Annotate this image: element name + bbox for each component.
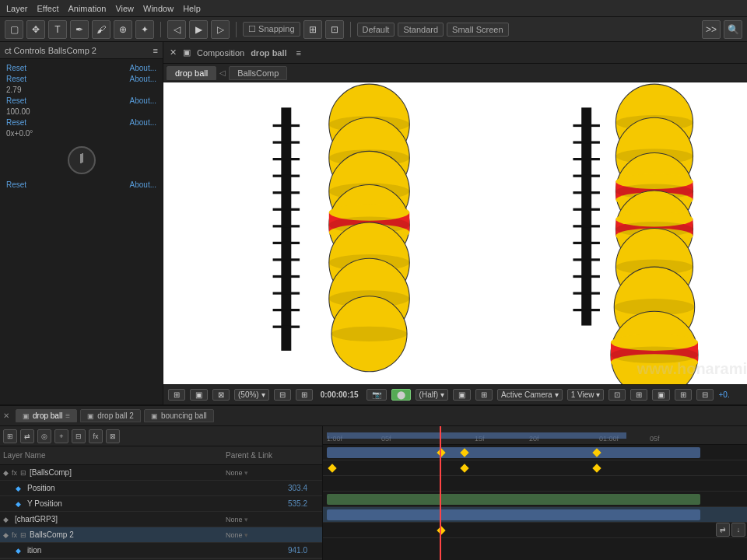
layer-visibility-5[interactable]: ◆ <box>3 531 9 539</box>
toolbar-btn-expand[interactable]: >> <box>702 20 721 39</box>
comp-ctrl-v3[interactable]: ▣ <box>652 389 670 401</box>
reset-btn-3[interactable]: Reset <box>6 96 33 105</box>
time-ruler: 1:00f 05f 15f 20f 01:00f 05f <box>323 426 747 445</box>
layer-row-3[interactable]: ◆ Y Position 535.2 <box>0 496 322 512</box>
work-area-bar[interactable] <box>327 432 626 439</box>
tl-tab-menu-1[interactable]: ≡ <box>65 411 70 420</box>
playhead[interactable] <box>440 426 441 560</box>
reset-btn-4[interactable]: Reset <box>6 118 33 127</box>
toolbar-btn-star[interactable]: ✦ <box>135 20 154 39</box>
toolbar-btn-play[interactable]: ▶ <box>189 20 208 39</box>
tl-btn-shift[interactable]: ⇄ <box>716 523 730 537</box>
about-btn-3[interactable]: About... <box>130 96 156 105</box>
layer-row-2[interactable]: ◆ Position 303.4 <box>0 481 322 496</box>
toolbar-btn-clone[interactable]: ⊕ <box>114 20 132 39</box>
menu-animation[interactable]: Animation <box>68 4 106 13</box>
view-dropdown[interactable]: 1 View ▾ <box>567 389 605 401</box>
track-bar-5[interactable] <box>327 509 700 520</box>
comp-ctrl-v1[interactable]: ⊡ <box>608 389 626 401</box>
tl-tab-drop-ball-2[interactable]: ▣ drop ball 2 <box>80 409 141 422</box>
comp-ctrl-fit[interactable]: ⊟ <box>274 389 291 401</box>
menu-view[interactable]: View <box>115 4 134 13</box>
layer-value-6[interactable]: 941.0 <box>288 546 319 555</box>
layer-visibility-4[interactable]: ◆ <box>3 516 9 523</box>
layer-row-6[interactable]: ◆ ition 941.0 <box>0 543 322 558</box>
toolbar-btn-next[interactable]: ▷ <box>211 20 230 39</box>
keyframe-2a[interactable] <box>328 464 336 472</box>
toolbar-btn-search[interactable]: 🔍 <box>724 20 742 39</box>
about-btn-2[interactable]: About... <box>130 75 156 83</box>
layer-row-4[interactable]: ◆ [chartGRP3] None ▾ <box>0 512 322 527</box>
layer-value-2[interactable]: 303.4 <box>288 484 319 492</box>
rotation-dial[interactable] <box>68 146 96 174</box>
tl-tab-drop-ball[interactable]: ▣ drop ball ≡ <box>16 409 77 422</box>
small-screen-label[interactable]: Small Screen <box>447 23 508 37</box>
tl-btn-add[interactable]: + <box>54 429 68 443</box>
comp-tab-ballscomp[interactable]: BallsComp <box>229 66 287 80</box>
svg-rect-7 <box>273 208 300 211</box>
tl-btn-switch[interactable]: ⇄ <box>20 429 34 443</box>
quality-dropdown[interactable]: (Half) ▾ <box>416 389 448 401</box>
toolbar-btn-pen[interactable]: ✒ <box>70 20 89 39</box>
comp-ctrl-grid[interactable]: ⊞ <box>296 389 313 401</box>
comp-ctrl-reset[interactable]: ⊞ <box>168 389 185 401</box>
comp-ctrl-color[interactable]: ⬤ <box>391 389 411 401</box>
layer-row-1[interactable]: ◆ fx ⊟ [BallsComp] None ▾ <box>0 465 322 481</box>
track-bar-1[interactable] <box>327 447 700 458</box>
reset-btn-2[interactable]: Reset <box>6 75 33 83</box>
effect-row-6: Reset About... <box>6 118 156 127</box>
tl-btn-down[interactable]: ↓ <box>731 523 745 537</box>
toolbar-btn-snap2[interactable]: ⊡ <box>325 20 344 39</box>
layer-parent-1: None ▾ <box>226 469 319 477</box>
tl-tab-bouncing-ball[interactable]: ▣ bouncing ball <box>144 409 214 422</box>
layer-row-5[interactable]: ◆ fx ⊟ BallsComp 2 None ▾ <box>0 527 322 543</box>
standard-label[interactable]: Standard <box>398 23 444 37</box>
camera-dropdown[interactable]: Active Camera ▾ <box>497 389 563 401</box>
about-btn-4[interactable]: About... <box>130 118 156 127</box>
toolbar-btn-1[interactable]: ▢ <box>5 20 23 39</box>
comp-ctrl-v5[interactable]: ⊟ <box>696 389 714 401</box>
track-bar-4[interactable] <box>327 494 700 505</box>
comp-close-icon[interactable]: ✕ <box>170 47 177 58</box>
tl-btn-new-comp[interactable]: ⊞ <box>3 429 17 443</box>
tl-btn-mask[interactable]: ⊟ <box>72 429 86 443</box>
toolbar-btn-brush[interactable]: 🖌 <box>92 20 110 39</box>
toolbar-btn-snap1[interactable]: ⊞ <box>303 20 322 39</box>
comp-ctrl-chan[interactable]: ▣ <box>453 389 471 401</box>
about-btn-5[interactable]: About... <box>130 180 156 189</box>
panel-menu-icon[interactable]: ≡ <box>153 46 158 55</box>
comp-ctrl-v4[interactable]: ⊞ <box>675 389 692 401</box>
comp-ctrl-v2[interactable]: ⊞ <box>630 389 647 401</box>
layer-lock-1[interactable]: fx <box>12 469 17 477</box>
comp-tab-drop-ball[interactable]: drop ball <box>167 66 216 80</box>
toolbar-btn-t[interactable]: T <box>48 20 67 39</box>
tl-btn-solo[interactable]: ◎ <box>37 429 51 443</box>
menu-help[interactable]: Help <box>183 4 201 13</box>
tl-btn-parent[interactable]: ⊠ <box>106 429 120 443</box>
keyframe-6a[interactable] <box>437 526 445 534</box>
menu-window[interactable]: Window <box>143 4 174 13</box>
layer-lock-5[interactable]: fx <box>12 531 17 539</box>
comp-menu-icon[interactable]: ≡ <box>296 48 301 58</box>
reset-btn-1[interactable]: Reset <box>6 64 33 72</box>
zoom-dropdown[interactable]: (50%) ▾ <box>234 389 269 401</box>
default-label[interactable]: Default <box>357 23 395 37</box>
menu-effect[interactable]: Effect <box>37 4 59 13</box>
layer-value-3[interactable]: 535.2 <box>288 499 319 508</box>
keyframe-2b[interactable] <box>460 464 468 472</box>
comp-ctrl-view[interactable]: ▣ <box>190 389 208 401</box>
tl-close-icon[interactable]: ✕ <box>3 411 9 420</box>
about-btn-1[interactable]: About... <box>130 64 156 72</box>
tl-btn-fx[interactable]: fx <box>89 429 103 443</box>
comp-controls: ⊞ ▣ ⊠ (50%) ▾ ⊟ ⊞ 0:00:00:15 📷 ⬤ (Half) … <box>163 384 747 404</box>
keyframe-2c[interactable] <box>592 464 601 472</box>
comp-ctrl-safe[interactable]: ⊠ <box>212 389 230 401</box>
menu-layer[interactable]: Layer <box>6 4 28 13</box>
snapping-toggle[interactable]: ☐ Snapping <box>243 22 300 37</box>
reset-btn-5[interactable]: Reset <box>6 180 33 189</box>
comp-ctrl-mask[interactable]: ⊞ <box>475 389 493 401</box>
toolbar-btn-prev[interactable]: ◁ <box>167 20 186 39</box>
layer-visibility-1[interactable]: ◆ <box>3 469 9 477</box>
toolbar-btn-2[interactable]: ✥ <box>26 20 45 39</box>
comp-ctrl-camera[interactable]: 📷 <box>366 389 387 401</box>
